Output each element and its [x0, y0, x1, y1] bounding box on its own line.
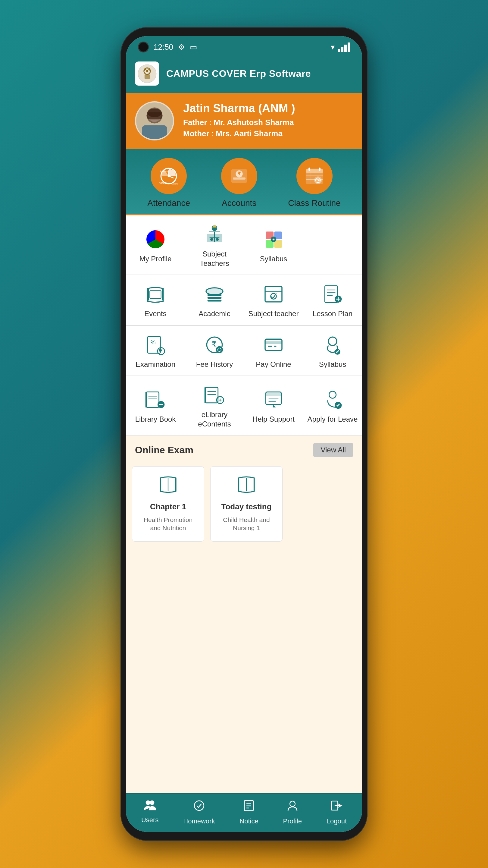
nav-logout-label: Logout [327, 817, 347, 825]
svg-rect-31 [308, 167, 310, 171]
menu-syllabus2[interactable]: Syllabus [303, 326, 362, 376]
quick-accounts[interactable]: ₹ Accounts [221, 158, 257, 208]
svg-rect-49 [207, 300, 222, 302]
attendance-label: Attendance [147, 198, 190, 208]
profile-father: Father : Mr. Ashutosh Sharma [183, 118, 295, 127]
svg-point-93 [329, 391, 336, 398]
status-bar: 12:50 ⚙ ▭ ▾ [126, 36, 362, 56]
exam-card-chapter1[interactable]: Chapter 1 Health Promotion and Nutrition [132, 466, 204, 541]
svg-rect-70 [265, 339, 282, 350]
father-name: Mr. Ashutosh Sharma [214, 118, 294, 127]
menu-syllabus1[interactable]: ✦ Syllabus [244, 215, 303, 275]
svg-rect-76 [147, 392, 159, 407]
menu-help-support[interactable]: Help Support [244, 376, 303, 435]
quick-class-routine[interactable]: Class Routine [288, 158, 340, 208]
svg-rect-32 [319, 167, 321, 171]
svg-point-38 [216, 238, 219, 241]
profile-mother: Mother : Mrs. Aarti Sharma [183, 129, 295, 138]
camera-dot [138, 41, 149, 53]
subject-teachers-icon [204, 224, 225, 245]
attendance-icon-circle: Present Absent Leave [151, 158, 187, 194]
svg-rect-19 [233, 178, 246, 180]
wifi-icon: ▾ [331, 42, 335, 52]
library-book-icon [145, 389, 166, 410]
svg-text:✦: ✦ [272, 237, 275, 241]
menu-academic[interactable]: Academic [185, 275, 244, 325]
svg-rect-48 [207, 297, 222, 299]
exam-card-today[interactable]: Today testing Child Health and Nursing 1 [210, 466, 283, 541]
syllabus1-label: Syllabus [260, 254, 287, 264]
nav-profile-label: Profile [283, 817, 302, 825]
svg-rect-6 [142, 125, 167, 139]
my-profile-icon [145, 229, 166, 250]
avatar [135, 101, 174, 141]
accounts-label: Accounts [222, 198, 256, 208]
menu-library-book[interactable]: Library Book [126, 376, 185, 435]
svg-point-0 [138, 64, 156, 83]
subject-teacher-icon [263, 284, 284, 305]
menu-my-profile[interactable]: My Profile [126, 215, 185, 275]
accounts-icon-circle: ₹ [221, 158, 257, 194]
view-all-button[interactable]: View All [313, 443, 353, 457]
academic-label: Academic [198, 309, 230, 318]
menu-subject-teacher[interactable]: Subject teacher [244, 275, 303, 325]
menu-pay-online[interactable]: Pay Online [244, 326, 303, 376]
notice-nav-icon [242, 799, 255, 815]
exam-section-title: Online Exam [135, 444, 193, 456]
exam-card-chapter1-sub: Health Promotion and Nutrition [138, 516, 198, 532]
svg-text:Leave: Leave [171, 182, 178, 185]
menu-lesson-plan[interactable]: Lesson Plan [303, 275, 362, 325]
nav-logout[interactable]: Logout [327, 799, 347, 825]
svg-rect-46 [150, 291, 161, 299]
nav-homework-label: Homework [183, 817, 215, 825]
syllabus2-icon [322, 334, 343, 355]
school-logo [135, 61, 159, 86]
syllabus1-icon: ✦ [263, 229, 284, 250]
nav-profile[interactable]: Profile [283, 799, 302, 825]
nav-users[interactable]: Users [141, 799, 158, 825]
menu-examination[interactable]: % Examination [126, 326, 185, 376]
phone-screen: 12:50 ⚙ ▭ ▾ [126, 36, 362, 832]
svg-point-102 [290, 801, 295, 807]
menu-subject-teachers[interactable]: Subject Teachers [185, 215, 244, 275]
bottom-nav: Users Homework [126, 793, 362, 832]
svg-point-97 [194, 801, 204, 810]
mother-name: Mrs. Aarti Sharma [216, 129, 283, 138]
fee-history-icon: ₹ [204, 334, 225, 355]
elibrary-label: eLibrary eContents [188, 410, 241, 429]
svg-point-65 [159, 349, 162, 352]
examination-label: Examination [135, 360, 175, 369]
menu-events[interactable]: Events [126, 275, 185, 325]
menu-elibrary[interactable]: eLibrary eContents [185, 376, 244, 435]
exam-card-today-sub: Child Health and Nursing 1 [217, 516, 276, 532]
subject-teachers-label: Subject Teachers [188, 249, 241, 268]
menu-apply-leave[interactable]: Apply for Leave [303, 376, 362, 435]
quick-attendance[interactable]: Present Absent Leave Attendance [147, 158, 190, 208]
exam-cards-list: Chapter 1 Health Promotion and Nutrition… [126, 463, 362, 548]
sim-icon: ▭ [190, 42, 197, 52]
svg-text:%: % [151, 339, 156, 345]
svg-rect-71 [265, 341, 282, 344]
menu-empty1 [303, 215, 362, 275]
exam-header: Online Exam View All [126, 435, 362, 463]
pay-online-label: Pay Online [256, 360, 291, 369]
phone-device: 12:50 ⚙ ▭ ▾ [121, 27, 367, 841]
logout-nav-icon [330, 799, 343, 815]
help-support-icon [263, 389, 284, 410]
apply-leave-icon [322, 389, 343, 410]
fee-history-label: Fee History [196, 360, 233, 369]
nav-notice-label: Notice [239, 817, 258, 825]
profile-name: Jatin Sharma (ANM ) [183, 102, 295, 115]
settings-icon: ⚙ [178, 42, 185, 52]
svg-rect-82 [205, 387, 218, 403]
events-icon [145, 284, 166, 305]
help-support-label: Help Support [253, 414, 295, 424]
svg-rect-3 [144, 74, 150, 79]
pay-online-icon [263, 334, 284, 355]
nav-notice[interactable]: Notice [239, 799, 258, 825]
nav-homework[interactable]: Homework [183, 799, 215, 825]
menu-fee-history[interactable]: ₹ Fee History [185, 326, 244, 376]
elibrary-icon [204, 384, 225, 406]
apply-leave-label: Apply for Leave [307, 414, 358, 424]
profile-nav-icon [286, 799, 299, 815]
